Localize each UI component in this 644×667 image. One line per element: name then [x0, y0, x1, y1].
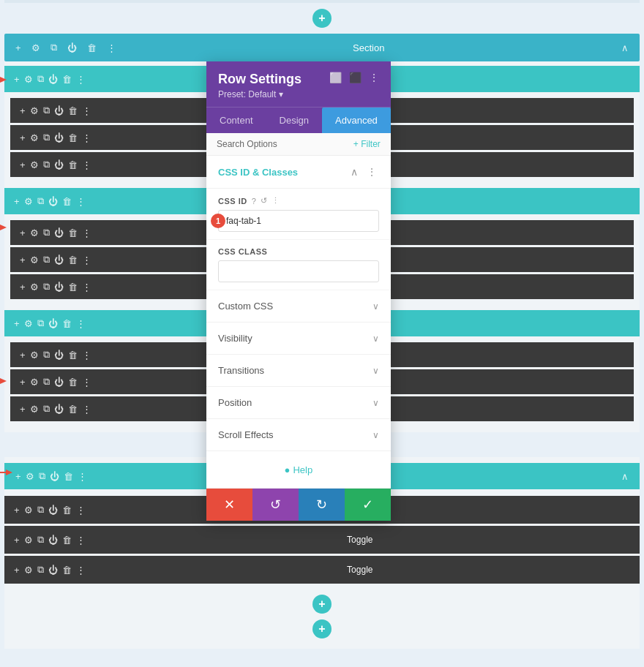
m8-gear[interactable]: ⚙	[28, 375, 41, 389]
m5-power[interactable]: ⏻	[52, 253, 66, 267]
m6-trash[interactable]: 🗑	[66, 280, 80, 294]
undo-button[interactable]: ↺	[252, 489, 299, 521]
row2-gear[interactable]: ⚙	[22, 195, 35, 208]
row3-more[interactable]: ⋮	[74, 317, 88, 331]
m2-add[interactable]: +	[18, 131, 28, 145]
m9-gear[interactable]: ⚙	[28, 402, 41, 416]
t3-power[interactable]: ⏻	[46, 563, 60, 577]
m1-copy[interactable]: ⧉	[41, 103, 52, 118]
t2-copy[interactable]: ⧉	[35, 532, 46, 547]
save-button[interactable]: ✓	[345, 489, 391, 521]
m5-gear[interactable]: ⚙	[28, 253, 41, 267]
t2-power[interactable]: ⏻	[46, 533, 60, 547]
cancel-button[interactable]: ✕	[206, 489, 252, 521]
t1-more[interactable]: ⋮	[74, 503, 88, 517]
settings-preset[interactable]: Preset: Default ▾	[218, 89, 302, 99]
m1-gear[interactable]: ⚙	[28, 104, 41, 118]
m2-copy[interactable]: ⧉	[41, 130, 52, 145]
m3-power[interactable]: ⏻	[52, 158, 66, 172]
t1-copy[interactable]: ⧉	[35, 502, 46, 517]
settings-more-icon[interactable]: ⋮	[369, 72, 379, 83]
m6-more[interactable]: ⋮	[80, 280, 94, 294]
m8-trash[interactable]: 🗑	[66, 375, 80, 389]
row2-add[interactable]: +	[12, 195, 22, 208]
m6-copy[interactable]: ⧉	[41, 279, 52, 294]
row1-copy[interactable]: ⧉	[35, 72, 46, 86]
t1-trash[interactable]: 🗑	[60, 503, 74, 517]
m7-trash[interactable]: 🗑	[66, 348, 80, 362]
t2-add[interactable]: +	[12, 533, 22, 547]
m3-gear[interactable]: ⚙	[28, 158, 41, 172]
m8-add[interactable]: +	[18, 375, 28, 389]
row1-trash[interactable]: 🗑	[60, 72, 74, 86]
t2-gear[interactable]: ⚙	[22, 533, 35, 547]
m3-trash[interactable]: 🗑	[66, 158, 80, 172]
m7-gear[interactable]: ⚙	[28, 348, 41, 362]
section-more-icon[interactable]: ⋮	[105, 41, 119, 55]
m1-trash[interactable]: 🗑	[66, 104, 80, 118]
transitions-header[interactable]: Transitions ∨	[206, 355, 391, 386]
section-gear-icon[interactable]: ⚙	[29, 41, 42, 55]
row3-trash[interactable]: 🗑	[60, 317, 74, 331]
m7-more[interactable]: ⋮	[80, 348, 94, 362]
css-section-collapse-icon[interactable]: ∧	[348, 165, 360, 179]
m9-trash[interactable]: 🗑	[66, 402, 80, 416]
m8-copy[interactable]: ⧉	[41, 374, 52, 389]
m4-add[interactable]: +	[18, 226, 28, 240]
row2-copy[interactable]: ⧉	[35, 194, 46, 208]
m6-gear[interactable]: ⚙	[28, 280, 41, 294]
tab-design[interactable]: Design	[266, 108, 322, 133]
redo-button[interactable]: ↻	[299, 489, 345, 521]
m9-power[interactable]: ⏻	[52, 402, 66, 416]
t3-trash[interactable]: 🗑	[60, 563, 74, 577]
m3-add[interactable]: +	[18, 158, 28, 172]
m4-trash[interactable]: 🗑	[66, 226, 80, 240]
t1-power[interactable]: ⏻	[46, 503, 60, 517]
m5-trash[interactable]: 🗑	[66, 253, 80, 267]
t3-copy[interactable]: ⧉	[35, 562, 46, 577]
m5-copy[interactable]: ⧉	[41, 252, 52, 267]
m7-copy[interactable]: ⧉	[41, 347, 52, 362]
m4-more[interactable]: ⋮	[80, 226, 94, 240]
row3-copy[interactable]: ⧉	[35, 316, 46, 331]
add-section-top-button[interactable]: +	[312, 9, 332, 28]
add-section-bottom-button[interactable]: +	[312, 619, 332, 638]
css-section-more-icon[interactable]: ⋮	[364, 165, 379, 179]
settings-window-icon[interactable]: ⬜	[329, 72, 342, 83]
row3-gear[interactable]: ⚙	[22, 317, 35, 331]
t2-trash[interactable]: 🗑	[60, 533, 74, 547]
m7-power[interactable]: ⏻	[52, 348, 66, 362]
t3-more[interactable]: ⋮	[74, 563, 88, 577]
m4-copy[interactable]: ⧉	[41, 225, 52, 240]
m2-more[interactable]: ⋮	[80, 131, 94, 145]
m1-add[interactable]: +	[18, 104, 28, 118]
help-link[interactable]: ● Help	[285, 464, 313, 475]
m4-power[interactable]: ⏻	[52, 226, 66, 240]
m8-power[interactable]: ⏻	[52, 375, 66, 389]
row1-add[interactable]: +	[12, 72, 22, 86]
scroll-effects-header[interactable]: Scroll Effects ∨	[206, 419, 391, 451]
m6-power[interactable]: ⏻	[52, 280, 66, 294]
m2-gear[interactable]: ⚙	[28, 131, 41, 145]
bottom-row-more[interactable]: ⋮	[75, 470, 89, 483]
m9-copy[interactable]: ⧉	[41, 402, 52, 416]
section-collapse-icon[interactable]: ∧	[619, 41, 631, 55]
row2-more[interactable]: ⋮	[74, 195, 88, 208]
m5-add[interactable]: +	[18, 253, 28, 267]
m3-more[interactable]: ⋮	[80, 158, 94, 172]
t1-gear[interactable]: ⚙	[22, 503, 35, 517]
m1-more[interactable]: ⋮	[80, 104, 94, 118]
section-copy-icon[interactable]: ⧉	[48, 40, 59, 55]
m2-trash[interactable]: 🗑	[66, 131, 80, 145]
m9-add[interactable]: +	[18, 402, 28, 416]
t2-more[interactable]: ⋮	[74, 533, 88, 547]
row3-power[interactable]: ⏻	[46, 317, 60, 331]
section-power-icon[interactable]: ⏻	[65, 41, 79, 55]
row2-power[interactable]: ⏻	[46, 195, 60, 208]
css-id-question-icon[interactable]: ?	[252, 197, 256, 206]
visibility-header[interactable]: Visibility ∨	[206, 323, 391, 354]
m2-power[interactable]: ⏻	[52, 131, 66, 145]
m1-power[interactable]: ⏻	[52, 104, 66, 118]
css-id-more-icon[interactable]: ⋮	[272, 196, 280, 206]
row2-trash[interactable]: 🗑	[60, 195, 74, 208]
